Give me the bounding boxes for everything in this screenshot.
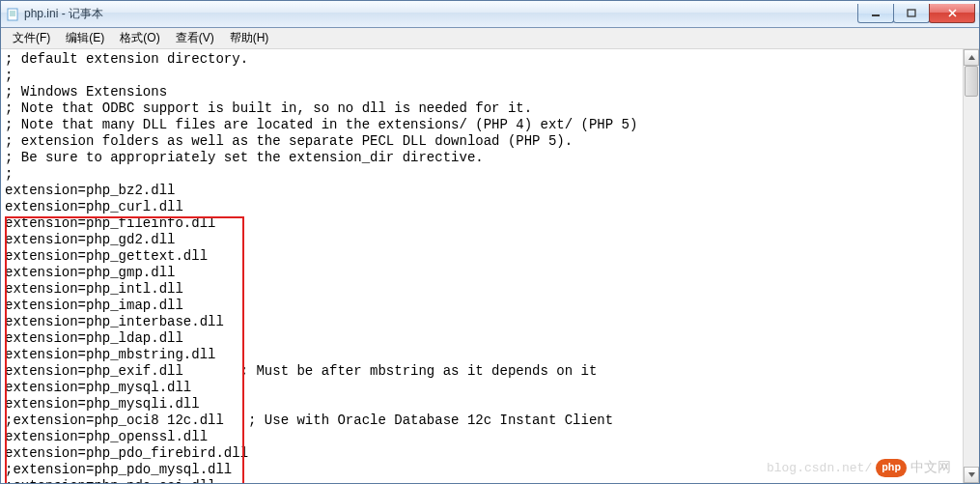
editor-line: ; Note that ODBC support is built in, so… xyxy=(5,100,959,117)
scroll-track[interactable] xyxy=(964,66,979,467)
editor-line: ;extension=php_pdo_oci.dll xyxy=(5,478,959,483)
editor-line: extension=php_mysql.dll xyxy=(5,380,959,396)
notepad-icon xyxy=(5,7,20,22)
vertical-scrollbar[interactable] xyxy=(963,49,979,483)
menu-format[interactable]: 格式(O) xyxy=(112,28,167,48)
svg-rect-0 xyxy=(8,9,17,20)
window-controls xyxy=(858,5,975,23)
editor-line: extension=php_interbase.dll xyxy=(5,314,959,330)
close-button[interactable] xyxy=(929,4,975,23)
editor-line: extension=php_mbstring.dll xyxy=(5,347,959,363)
menu-view[interactable]: 查看(V) xyxy=(168,28,222,48)
minimize-button[interactable] xyxy=(857,4,894,23)
scroll-down-button[interactable] xyxy=(964,467,979,483)
editor-line: extension=php_gmp.dll xyxy=(5,265,959,281)
editor-line: extension=php_curl.dll xyxy=(5,199,959,215)
editor-line: ; extension folders as well as the separ… xyxy=(5,133,959,150)
editor-line: ; xyxy=(5,68,959,84)
editor-line: extension=php_gettext.dll xyxy=(5,248,959,265)
menubar: 文件(F) 编辑(E) 格式(O) 查看(V) 帮助(H) xyxy=(1,28,979,49)
editor-line: ; default extension directory. xyxy=(5,51,959,68)
menu-edit[interactable]: 编辑(E) xyxy=(58,28,112,48)
scroll-up-button[interactable] xyxy=(964,49,979,66)
editor-line: ;extension=php_oci8 12c.dll ; Use with O… xyxy=(5,413,959,429)
svg-marker-8 xyxy=(968,55,975,60)
notepad-window: php.ini - 记事本 文件(F) 编辑(E) 格式(O) 查看(V) 帮助… xyxy=(0,0,980,484)
maximize-button[interactable] xyxy=(893,4,930,23)
editor-line: extension=php_ldap.dll xyxy=(5,330,959,347)
text-editor[interactable]: ; default extension directory.;; Windows… xyxy=(1,49,963,483)
editor-line: extension=php_pdo_firebird.dll xyxy=(5,445,959,462)
scroll-thumb[interactable] xyxy=(965,66,978,97)
editor-line: ; Windows Extensions xyxy=(5,84,959,100)
editor-line: ;extension=php_pdo_mysql.dll xyxy=(5,462,959,478)
editor-line: extension=php_gd2.dll xyxy=(5,232,959,248)
editor-line: extension=php_openssl.dll xyxy=(5,429,959,445)
editor-line: extension=php_fileinfo.dll xyxy=(5,215,959,232)
svg-marker-9 xyxy=(968,472,975,477)
svg-rect-5 xyxy=(908,10,915,16)
editor-line: extension=php_mysqli.dll xyxy=(5,396,959,413)
menu-help[interactable]: 帮助(H) xyxy=(222,28,277,48)
editor-line: extension=php_exif.dll ; Must be after m… xyxy=(5,363,959,380)
editor-line: ; Note that many DLL files are located i… xyxy=(5,117,959,133)
editor-line: ; Be sure to appropriately set the exten… xyxy=(5,150,959,166)
titlebar[interactable]: php.ini - 记事本 xyxy=(1,1,979,28)
editor-line: extension=php_imap.dll xyxy=(5,298,959,314)
menu-file[interactable]: 文件(F) xyxy=(5,28,58,48)
editor-line: ; xyxy=(5,166,959,183)
client-area: ; default extension directory.;; Windows… xyxy=(1,49,979,483)
editor-line: extension=php_intl.dll xyxy=(5,281,959,298)
editor-line: extension=php_bz2.dll xyxy=(5,183,959,199)
window-title: php.ini - 记事本 xyxy=(24,6,858,22)
